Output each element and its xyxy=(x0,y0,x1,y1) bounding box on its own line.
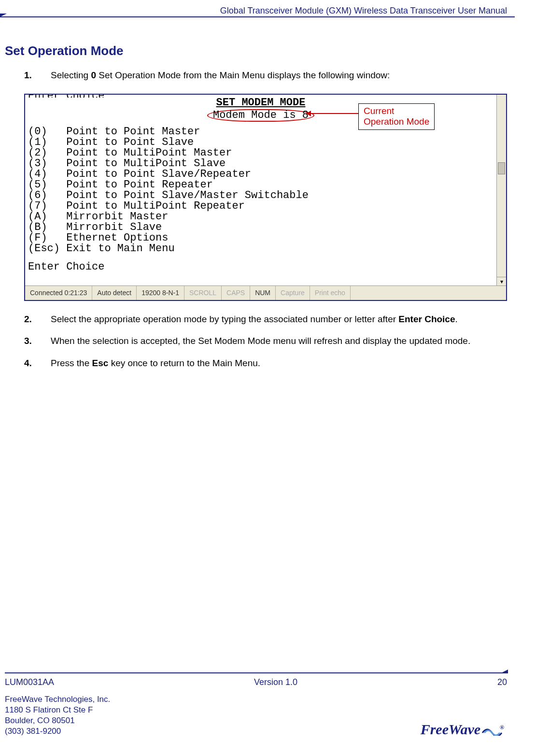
scrollbar[interactable]: ▾ xyxy=(496,95,506,285)
menu-item: (F) Ethernet Options xyxy=(28,233,494,243)
footer-version: Version 1.0 xyxy=(254,677,297,687)
terminal-menu-list: (0) Point to Point Master (1) Point to P… xyxy=(28,127,494,254)
menu-item: (A) Mirrorbit Master xyxy=(28,212,494,222)
step-text: Selecting xyxy=(51,70,91,80)
page-footer: LUM0031AA Version 1.0 20 FreeWave Techno… xyxy=(5,672,507,737)
status-caps: CAPS xyxy=(222,286,250,300)
menu-item: (2) Point to MultiPoint Master xyxy=(28,148,494,158)
steps-list-cont: 2. Select the appropriate operation mode… xyxy=(5,313,497,370)
terminal-prompt: Enter Choice xyxy=(28,262,494,272)
status-capture: Capture xyxy=(276,286,310,300)
modem-mode-indicator: Modem Mode is 8 xyxy=(207,109,314,122)
footer-corner-icon xyxy=(500,670,508,673)
step-number: 4. xyxy=(24,357,32,370)
menu-item: (Esc) Exit to Main Menu xyxy=(28,243,494,254)
step-text: . xyxy=(455,314,458,324)
step-bold: Esc xyxy=(92,358,109,368)
header-rule xyxy=(0,16,515,17)
menu-item: (7) Point to MultiPoint Repeater xyxy=(28,201,494,212)
status-scroll: SCROLL xyxy=(184,286,222,300)
footer-doc-id: LUM0031AA xyxy=(5,677,54,687)
footer-row: LUM0031AA Version 1.0 20 xyxy=(5,677,507,687)
callout-label: Current Operation Mode xyxy=(358,103,435,130)
step-number: 1. xyxy=(24,69,32,82)
footer-page-number: 20 xyxy=(497,677,507,687)
section-heading: Set Operation Mode xyxy=(5,43,497,58)
scrollbar-down-icon[interactable]: ▾ xyxy=(497,277,506,285)
statusbar: Connected 0:21:23 Auto detect 19200 8-N-… xyxy=(25,285,506,300)
callout-arrow-icon xyxy=(310,113,358,114)
page: Global Transceiver Module (GXM) Wireless… xyxy=(0,0,536,756)
menu-item: (1) Point to Point Slave xyxy=(28,137,494,148)
step-text: Press the xyxy=(51,358,92,368)
registered-icon: ® xyxy=(500,724,504,731)
page-header: Global Transceiver Module (GXM) Wireless… xyxy=(5,5,507,19)
step-1: 1. Selecting 0 Set Operation Mode from t… xyxy=(24,69,497,82)
status-baud: 19200 8-N-1 xyxy=(137,286,184,300)
step-text: When the selection is accepted, the Set … xyxy=(51,336,470,346)
step-number: 3. xyxy=(24,335,32,347)
step-4: 4. Press the Esc key once to return to t… xyxy=(24,357,497,370)
step-text: key once to return to the Main Menu. xyxy=(108,358,260,368)
menu-item: (5) Point to Point Repeater xyxy=(28,180,494,190)
step-text: Set Operation Mode from the Main Menu di… xyxy=(96,70,390,80)
step-bold: Enter Choice xyxy=(398,314,455,324)
menu-item: (6) Point to Point Slave/Master Switchab… xyxy=(28,190,494,201)
status-detect: Auto detect xyxy=(92,286,137,300)
step-text: Select the appropriate operation mode by… xyxy=(51,314,398,324)
freewave-logo: FreeWave® xyxy=(421,721,507,739)
step-2: 2. Select the appropriate operation mode… xyxy=(24,313,497,326)
status-num: NUM xyxy=(250,286,276,300)
logo-text: FreeWave xyxy=(421,721,480,737)
footer-company: FreeWave Technologies, Inc. xyxy=(5,694,507,705)
steps-list: 1. Selecting 0 Set Operation Mode from t… xyxy=(5,69,497,82)
header-title: Global Transceiver Module (GXM) Wireless… xyxy=(220,6,507,16)
menu-item: (4) Point to Point Slave/Repeater xyxy=(28,169,494,180)
menu-item: (3) Point to MultiPoint Slave xyxy=(28,158,494,169)
status-echo: Print echo xyxy=(310,286,351,300)
step-3: 3. When the selection is accepted, the S… xyxy=(24,335,497,347)
step-bold: 0 xyxy=(91,70,96,80)
terminal-figure: Enter Choice SET MODEM MODE Modem Mode i… xyxy=(24,94,507,301)
scrollbar-thumb[interactable] xyxy=(498,162,505,174)
footer-rule xyxy=(5,672,507,673)
content: Set Operation Mode 1. Selecting 0 Set Op… xyxy=(5,19,507,370)
menu-item: (B) Mirrorbit Slave xyxy=(28,222,494,233)
step-number: 2. xyxy=(24,313,32,326)
status-connected: Connected 0:21:23 xyxy=(25,286,92,300)
footer-street: 1180 S Flatiron Ct Ste F xyxy=(5,705,507,715)
